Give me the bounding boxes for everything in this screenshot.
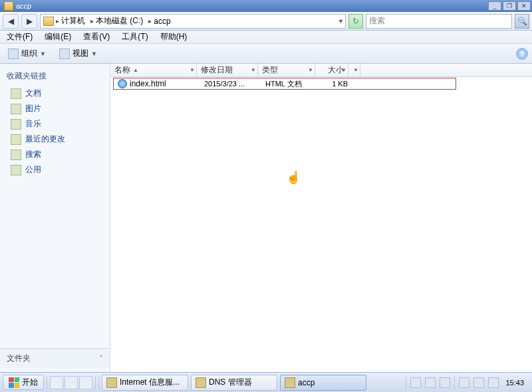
- sort-asc-icon: ▲: [133, 67, 138, 73]
- sidebar-item-label: 公用: [25, 164, 41, 175]
- tray-separator: [406, 376, 406, 389]
- quick-launch-explorer-icon[interactable]: [65, 376, 78, 389]
- window-titlebar: accp _ ❐ ✕: [0, 0, 532, 12]
- breadcrumb-folder[interactable]: ▸ accp: [147, 17, 172, 26]
- taskbar-separator: [98, 376, 99, 389]
- sidebar: 收藏夹链接 文档 图片 音乐 最近的更改 搜索 公用 文件夹 ˄: [0, 64, 110, 372]
- menu-bar: 文件(F) 编辑(E) 查看(V) 工具(T) 帮助(H): [0, 31, 532, 44]
- chevron-up-icon: ˄: [99, 354, 103, 363]
- views-button[interactable]: 视图 ▼: [55, 47, 101, 60]
- tray-icon[interactable]: [459, 377, 469, 388]
- pictures-icon: [11, 104, 21, 114]
- sidebar-item-music[interactable]: 音乐: [0, 116, 110, 132]
- sidebar-item-label: 音乐: [25, 118, 41, 130]
- tray-icon[interactable]: [425, 377, 436, 388]
- file-row[interactable]: index.html 2015/3/23 ... HTML 文档 1 KB: [113, 78, 456, 90]
- column-header-size[interactable]: 大小 ▼: [315, 64, 348, 76]
- tray-icon[interactable]: [440, 377, 450, 388]
- column-dropdown-icon[interactable]: ▼: [353, 67, 358, 73]
- search-go-button[interactable]: 🔍: [515, 14, 529, 29]
- column-dropdown-icon[interactable]: ▼: [308, 67, 313, 73]
- address-dropdown-icon[interactable]: ▼: [338, 18, 344, 25]
- column-header-date[interactable]: 修改日期 ▼: [197, 64, 258, 76]
- search-placeholder: 搜索: [369, 15, 385, 27]
- public-icon: [11, 165, 21, 175]
- sidebar-item-public[interactable]: 公用: [0, 162, 110, 177]
- menu-help[interactable]: 帮助(H): [158, 30, 190, 44]
- chevron-right-icon: ▸: [90, 17, 94, 25]
- taskbar: 开始 Internet 信息服... DNS 管理器 accp 15:43: [0, 372, 532, 392]
- column-header-name[interactable]: 名称 ▲ ▼: [110, 64, 197, 76]
- column-dropdown-icon[interactable]: ▼: [341, 67, 346, 73]
- sidebar-item-documents[interactable]: 文档: [0, 86, 110, 101]
- menu-file[interactable]: 文件(F): [4, 30, 35, 44]
- taskbar-clock[interactable]: 15:43: [503, 379, 527, 387]
- tray-separator: [454, 376, 455, 389]
- file-name: index.html: [130, 79, 166, 88]
- system-tray: 15:43: [403, 376, 529, 389]
- start-label: 开始: [22, 377, 38, 388]
- windows-logo-icon: [9, 377, 19, 388]
- folder-icon: [4, 1, 13, 11]
- chevron-right-icon: ▸: [148, 17, 152, 25]
- address-bar[interactable]: ▸ 计算机 ▸ 本地磁盘 (C:) ▸ accp ▼: [40, 14, 346, 29]
- nav-back-button[interactable]: ◀: [3, 14, 19, 29]
- sidebar-item-label: 最近的更改: [25, 134, 65, 145]
- explorer-main: 收藏夹链接 文档 图片 音乐 最近的更改 搜索 公用 文件夹 ˄ 名称 ▲ ▼ …: [0, 64, 532, 372]
- nav-forward-button[interactable]: ▶: [21, 14, 37, 29]
- search-icon: [11, 149, 21, 160]
- column-dropdown-icon[interactable]: ▼: [190, 67, 195, 73]
- tray-volume-icon[interactable]: [488, 377, 499, 388]
- column-header-extra[interactable]: ▼: [348, 64, 360, 76]
- menu-edit[interactable]: 编辑(E): [42, 30, 74, 44]
- file-date-cell: 2015/3/23 ...: [200, 80, 261, 88]
- breadcrumb-computer[interactable]: ▸ 计算机: [42, 15, 86, 27]
- column-label: 名称: [114, 64, 130, 76]
- menu-tools[interactable]: 工具(T): [119, 30, 150, 44]
- sidebar-item-recent[interactable]: 最近的更改: [0, 132, 110, 147]
- search-input[interactable]: 搜索: [366, 14, 512, 29]
- favorites-header: 收藏夹链接: [0, 68, 110, 86]
- column-header-type[interactable]: 类型 ▼: [258, 64, 315, 76]
- close-button[interactable]: ✕: [517, 1, 531, 11]
- breadcrumb-label: 本地磁盘 (C:): [96, 15, 143, 27]
- organize-button[interactable]: 组织 ▼: [4, 47, 50, 60]
- dns-icon: [196, 377, 206, 388]
- minimize-button[interactable]: _: [488, 1, 501, 11]
- taskbar-app-dns[interactable]: DNS 管理器: [191, 375, 277, 391]
- chevron-down-icon: ▼: [91, 50, 97, 57]
- refresh-button[interactable]: ↻: [348, 14, 363, 29]
- organize-label: 组织: [21, 48, 37, 59]
- chevron-right-icon: ▸: [56, 17, 59, 25]
- breadcrumb-label: accp: [154, 17, 170, 26]
- quick-launch-desktop-icon[interactable]: [50, 376, 63, 389]
- taskbar-app-accp[interactable]: accp: [280, 375, 366, 391]
- folders-pane-header[interactable]: 文件夹 ˄: [0, 348, 110, 368]
- window-title: accp: [16, 2, 31, 10]
- breadcrumb-drive[interactable]: ▸ 本地磁盘 (C:): [89, 15, 144, 27]
- column-label: 修改日期: [201, 64, 233, 76]
- sidebar-item-search[interactable]: 搜索: [0, 147, 110, 162]
- start-button[interactable]: 开始: [3, 375, 44, 390]
- sidebar-item-pictures[interactable]: 图片: [0, 101, 110, 116]
- html-file-icon: [118, 79, 127, 88]
- folders-header-label: 文件夹: [7, 353, 31, 364]
- tray-network-icon[interactable]: [473, 377, 484, 388]
- tray-icon[interactable]: [410, 377, 421, 388]
- file-type-cell: HTML 文档: [261, 79, 319, 89]
- column-label: 类型: [262, 64, 278, 76]
- sidebar-item-label: 图片: [25, 103, 41, 114]
- column-headers: 名称 ▲ ▼ 修改日期 ▼ 类型 ▼ 大小 ▼ ▼: [110, 64, 532, 77]
- file-name-cell: index.html: [114, 79, 200, 88]
- organize-icon: [8, 49, 19, 59]
- help-button[interactable]: ?: [516, 48, 528, 60]
- computer-icon: [43, 17, 54, 26]
- menu-view[interactable]: 查看(V): [80, 30, 112, 44]
- column-dropdown-icon[interactable]: ▼: [251, 67, 256, 73]
- taskbar-app-label: DNS 管理器: [209, 377, 252, 388]
- quick-launch-ie-icon[interactable]: [79, 376, 92, 389]
- maximize-button[interactable]: ❐: [503, 1, 516, 11]
- folder-icon: [285, 377, 295, 388]
- taskbar-app-iis[interactable]: Internet 信息服...: [102, 375, 188, 391]
- views-icon: [59, 49, 70, 59]
